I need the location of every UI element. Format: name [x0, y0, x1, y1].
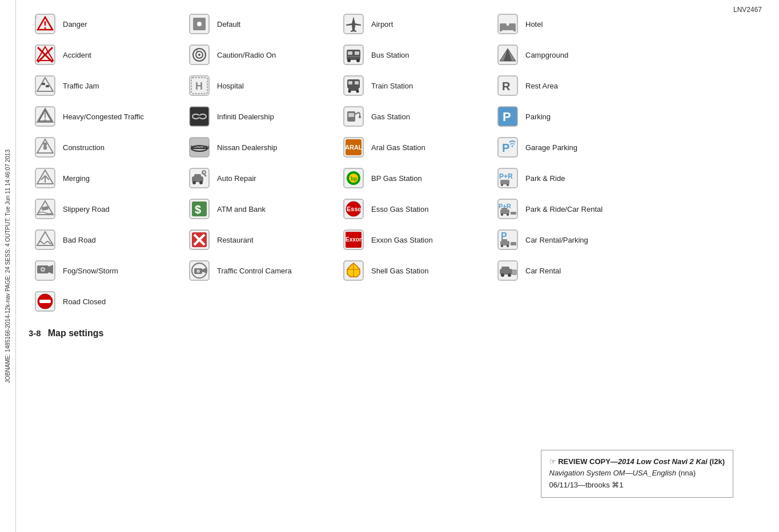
rest-area-icon: R [496, 74, 520, 98]
aral-gas-station-icon: ARAL [342, 135, 366, 159]
list-item: Hotel [491, 9, 645, 39]
sidebar-jobname: JOBNAME: 1485166-2014-12k-nav PAGE: 24 S… [4, 150, 12, 383]
notice-icon: ☞ [549, 457, 559, 466]
svg-rect-11 [500, 23, 507, 27]
svg-point-131 [42, 268, 44, 271]
shell-gas-station-label: Shell Gas Station [371, 267, 428, 275]
nissan-dealership-label: Nissan Dealership [217, 143, 278, 152]
list-item: ARAL Aral Gas Station [337, 132, 491, 163]
svg-point-109 [507, 213, 509, 216]
svg-rect-126 [511, 242, 516, 245]
fog-snow-storm-icon [33, 259, 57, 283]
default-icon [187, 12, 211, 36]
svg-rect-123 [501, 239, 507, 242]
heavy-traffic-label: Heavy/Congested Traffic [63, 112, 144, 121]
list-item: Fog/Snow/Storm [29, 255, 183, 286]
list-item: i Caution/Radio On [183, 39, 337, 70]
traffic-jam-label: Traffic Jam [63, 82, 99, 90]
svg-text:bp: bp [351, 176, 357, 182]
shell-gas-station-icon [342, 259, 366, 283]
svg-rect-41 [348, 81, 352, 84]
heavy-traffic-icon [33, 104, 57, 128]
notice-nav: Navigation System OM—USA_English [549, 469, 677, 477]
traffic-control-camera-label: Traffic Control Camera [217, 267, 292, 275]
atm-bank-label: ATM and Bank [217, 205, 266, 213]
svg-point-3 [45, 27, 46, 29]
svg-point-76 [512, 146, 513, 147]
list-item: Infiniti Dealership [183, 101, 337, 132]
accident-label: Accident [63, 51, 91, 59]
svg-point-51 [45, 119, 46, 121]
list-item: Gas Station [337, 101, 491, 132]
list-item: Heavy/Congested Traffic [29, 101, 183, 132]
section-title: Map settings [48, 328, 104, 338]
list-item: Restaurant [183, 224, 337, 255]
list-item: P+R Park & Ride/Car Rental [491, 194, 645, 224]
svg-text:P+R: P+R [499, 172, 513, 180]
empty-cell [337, 286, 491, 317]
notice-box: ☞ REVIEW COPY—2014 Low Cost Navi 2 Kai (… [541, 450, 734, 498]
list-item: Shell Gas Station [337, 255, 491, 286]
svg-point-143 [501, 273, 504, 277]
caution-radio-label: Caution/Radio On [217, 51, 276, 59]
list-item: Campground [491, 39, 645, 70]
svg-rect-66 [43, 146, 47, 150]
park-ride-car-rental-icon: P+R [496, 197, 520, 221]
sidebar: JOBNAME: 1485166-2014-12k-nav PAGE: 24 S… [0, 0, 16, 532]
garage-parking-label: Garage Parking [525, 143, 577, 152]
svg-point-20 [198, 54, 200, 56]
svg-rect-110 [511, 212, 516, 215]
svg-rect-14 [513, 29, 516, 31]
park-ride-icon: P+R [496, 166, 520, 190]
svg-point-136 [196, 269, 200, 273]
garage-parking-icon: P [496, 135, 520, 159]
rest-area-label: Rest Area [525, 82, 558, 90]
notice-review: REVIEW COPY—2014 Low Cost Navi 2 Kai (l2… [558, 457, 725, 466]
exxon-gas-station-label: Exxon Gas Station [371, 236, 433, 244]
svg-point-125 [507, 245, 509, 247]
bp-gas-station-label: BP Gas Station [371, 174, 422, 183]
hotel-icon [496, 12, 520, 36]
page-reference: LNV2467 [733, 6, 762, 14]
traffic-control-camera-icon [187, 259, 211, 283]
svg-point-27 [356, 59, 360, 62]
list-item: Car Rental [491, 255, 645, 286]
svg-point-7 [197, 22, 202, 26]
danger-icon: ! [33, 12, 57, 36]
svg-rect-24 [348, 51, 352, 55]
list-item: Construction [29, 132, 183, 163]
default-label: Default [217, 20, 240, 29]
svg-text:ARAL: ARAL [345, 144, 363, 151]
bus-station-label: Bus Station [371, 51, 409, 59]
car-rental-icon [496, 259, 520, 283]
infiniti-dealership-label: Infiniti Dealership [217, 112, 274, 121]
list-item: P Garage Parking [491, 132, 645, 163]
list-item: Esso Esso Gas Station [337, 194, 491, 224]
caution-radio-icon: i [187, 43, 211, 67]
list-item: Airport [337, 9, 491, 39]
svg-point-94 [507, 184, 509, 186]
list-item: Road Closed [29, 286, 183, 317]
list-item: bp BP Gas Station [337, 163, 491, 194]
svg-rect-42 [355, 81, 359, 84]
esso-gas-station-label: Esso Gas Station [371, 205, 428, 213]
svg-text:P: P [503, 110, 511, 124]
svg-rect-34 [42, 83, 45, 85]
park-ride-label: Park & Ride [525, 174, 565, 183]
svg-text:i: i [196, 49, 198, 53]
esso-gas-station-icon: Esso [342, 197, 366, 221]
fog-snow-storm-label: Fog/Snow/Storm [63, 267, 118, 275]
svg-point-144 [508, 273, 511, 277]
list-item: Slippery Road [29, 194, 183, 224]
train-station-label: Train Station [371, 82, 413, 90]
icon-grid: ! Danger Default [29, 9, 768, 317]
park-ride-car-rental-label: Park & Ride/Car Rental [525, 205, 603, 213]
svg-text:Esso: Esso [347, 205, 362, 212]
airport-icon [342, 12, 366, 36]
notice-date: 06/11/13—tbrooks ⌘1 [549, 481, 624, 489]
svg-rect-92 [500, 180, 509, 184]
bp-gas-station-icon: bp [342, 166, 366, 190]
list-item: Traffic Jam [29, 70, 183, 101]
svg-text:$: $ [195, 203, 201, 216]
svg-rect-147 [39, 300, 51, 303]
